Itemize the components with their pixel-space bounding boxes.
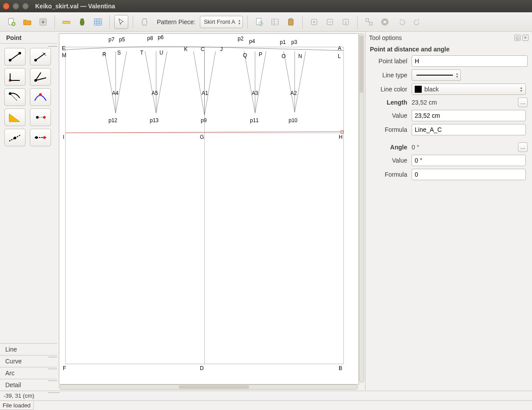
svg-line-19 [10,53,20,60]
tool-section-header: Point at distance and angle [366,44,532,55]
window-titlebar: Keiko_skirt.val — Valentina [0,0,532,12]
left-toolbox: Point Line Curve Arc Detail [0,32,57,391]
svg-rect-9 [290,18,293,20]
tool-shoulder[interactable] [4,88,25,106]
body-button[interactable] [75,15,89,29]
svg-rect-7 [272,19,279,25]
line-color-selector[interactable]: black ▲▼ [412,83,526,95]
redo-button[interactable] [410,15,424,29]
tool-point-intersect[interactable] [30,109,51,126]
window-close-button[interactable] [3,3,10,10]
angle-formula-button[interactable]: … [518,142,528,152]
color-swatch [415,86,422,93]
panel-undock-icon[interactable]: ◱ [514,35,521,41]
panel-close-icon[interactable]: ✕ [522,35,528,41]
window-minimize-button[interactable] [12,3,19,10]
table-button[interactable] [268,15,282,29]
pattern-piece-value: Skirt Front A [204,18,235,25]
svg-point-38 [35,136,38,139]
tool-options-panel: Tool options ◱ ✕ Point at distance and a… [365,32,532,391]
angle-formula-input[interactable] [412,169,526,180]
tool-cut-spline[interactable] [4,129,25,146]
status-message-bar: File loaded [0,400,532,410]
point-label-input[interactable] [412,55,528,67]
length-label: Length [370,99,412,106]
status-coords: -39, 31 (cm) [0,391,532,400]
line-type-label: Line type [370,72,412,79]
length-formula-button[interactable]: … [518,98,528,107]
tool-along-line[interactable] [30,48,51,65]
svg-text:1: 1 [345,20,347,24]
svg-point-39 [43,136,46,139]
length-formula-input[interactable] [412,124,526,135]
history-button[interactable] [252,15,266,29]
angle-formula-label: Formula [370,171,412,178]
svg-rect-15 [369,22,372,25]
toolbox-tab-detail[interactable]: Detail [0,379,57,391]
length-value-input[interactable] [412,110,526,121]
svg-rect-14 [366,18,369,21]
tool-point-of-contact[interactable] [30,88,51,106]
window-maximize-button[interactable] [22,3,29,10]
stop-button[interactable] [378,15,392,29]
zoom-in-button[interactable] [307,15,321,29]
svg-line-22 [43,52,46,56]
tool-line-intersect[interactable] [30,129,51,146]
svg-rect-4 [94,18,102,25]
toolbox-tab-line[interactable]: Line [0,343,57,355]
length-formula-label: Formula [370,126,412,133]
tool-normal[interactable] [4,68,25,86]
zoom-out-button[interactable] [323,15,337,29]
angle-value-input[interactable] [412,155,526,166]
pointer-tool-button[interactable] [114,15,128,29]
angle-value-label: Value [370,157,412,164]
new-file-button[interactable] [4,15,18,29]
variables-table-button[interactable] [91,15,105,29]
clipboard-button[interactable] [284,15,298,29]
svg-line-21 [36,53,45,60]
pattern-piece-selector[interactable]: Skirt Front A ▲▼ [200,16,243,28]
line-type-selector[interactable]: ▲▼ [412,69,461,81]
pattern-piece-label: Pattern Piece: [157,18,195,25]
tool-triangle[interactable] [4,109,25,126]
angle-label: Angle [370,144,412,151]
drawing-canvas-area: p7 p5 p8 p6 p2 p4 p1 p3 E M R S T U K C … [57,32,365,391]
length-static: 23,52 cm [412,99,515,106]
panel-title: Tool options [369,34,402,41]
undo-button[interactable] [394,15,409,29]
window-title: Keiko_skirt.val — Valentina [35,3,115,10]
open-file-button[interactable] [20,15,34,29]
zoom-fit-button[interactable] [362,15,376,29]
svg-point-36 [14,137,16,139]
horizontal-scrollbar[interactable] [59,385,358,390]
save-file-button[interactable] [36,15,50,29]
point-label-label: Point label [370,58,412,65]
line-color-label: Line color [370,86,412,93]
measurements-button[interactable] [59,15,73,29]
toolbox-tab-point[interactable]: Point [0,32,57,44]
new-pattern-piece-button[interactable] [138,15,152,29]
drawing-canvas[interactable]: p7 p5 p8 p6 p2 p4 p1 p3 E M R S T U K C … [59,33,359,385]
angle-static: 0 ° [412,144,515,151]
toolbox-tab-curve[interactable]: Curve [0,355,57,367]
svg-point-31 [39,93,42,96]
tool-bisector[interactable] [30,68,51,86]
vertical-scrollbar[interactable] [359,33,364,383]
main-toolbar: Pattern Piece: Skirt Front A ▲▼ 1 [0,12,532,32]
tool-endpoint[interactable] [4,48,25,65]
toolbox-tab-arc[interactable]: Arc [0,367,57,379]
svg-point-34 [43,116,46,119]
zoom-original-button[interactable]: 1 [339,15,353,29]
length-value-label: Value [370,112,412,119]
